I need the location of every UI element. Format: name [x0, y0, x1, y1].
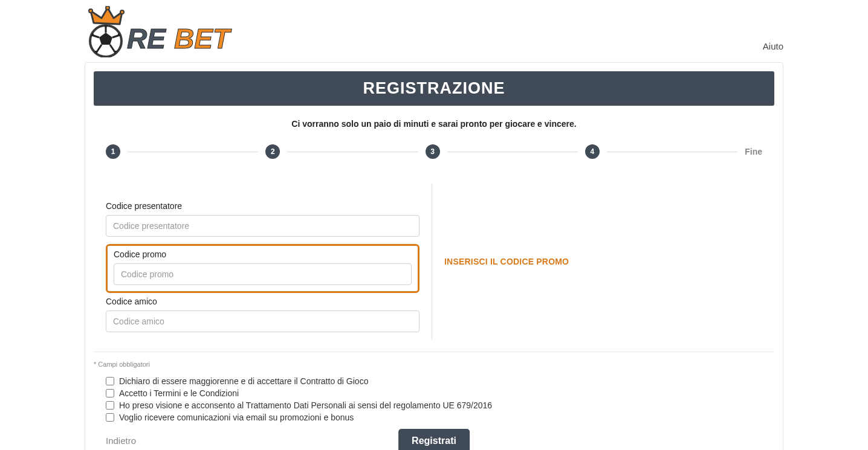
mandatory-note: * Campi obbligatori — [94, 361, 774, 368]
svg-point-0 — [89, 9, 92, 13]
rebet-logo: RE BET — [85, 6, 260, 57]
check-terms[interactable] — [106, 389, 114, 397]
svg-point-2 — [120, 10, 124, 14]
promo-highlight-box: Codice promo — [106, 244, 419, 293]
check-marketing-label: Voglio ricevere comunicazioni via email … — [119, 413, 354, 422]
presenter-code-label: Codice presentatore — [106, 201, 419, 211]
stepper: 1 2 3 4 Fine — [94, 144, 774, 183]
step-line — [128, 152, 258, 152]
svg-point-1 — [106, 6, 109, 10]
step-4[interactable]: 4 — [585, 144, 600, 159]
promo-code-input[interactable] — [114, 263, 412, 285]
page-title: REGISTRAZIONE — [94, 71, 774, 106]
friend-code-input[interactable] — [106, 310, 419, 332]
step-2[interactable]: 2 — [265, 144, 280, 159]
friend-code-label: Codice amico — [106, 297, 419, 306]
promo-code-label: Codice promo — [114, 249, 412, 259]
svg-text:BET: BET — [174, 23, 232, 54]
register-button[interactable]: Registrati — [398, 429, 470, 451]
check-marketing[interactable] — [106, 413, 114, 422]
step-3[interactable]: 3 — [426, 144, 440, 159]
check-adult-label: Dichiaro di essere maggiorenne e di acce… — [119, 376, 368, 386]
presenter-code-input[interactable] — [106, 215, 419, 237]
back-button[interactable]: Indietro — [106, 436, 136, 446]
check-terms-label: Accetto i Termini e le Condizioni — [119, 388, 239, 398]
check-privacy-label: Ho preso visione e acconsento al Trattam… — [119, 400, 492, 410]
page-subtitle: Ci vorranno solo un paio di minuti e sar… — [94, 106, 774, 144]
promo-hint-text: INSERISCI IL CODICE PROMO — [444, 257, 569, 266]
check-adult[interactable] — [106, 377, 114, 385]
svg-text:RE: RE — [127, 23, 166, 54]
help-link[interactable]: Aiuto — [763, 41, 783, 57]
step-line — [447, 152, 578, 152]
step-fine-label: Fine — [745, 147, 762, 156]
registration-card: REGISTRAZIONE Ci vorranno solo un paio d… — [85, 62, 783, 450]
step-1[interactable]: 1 — [106, 144, 120, 159]
step-line — [607, 152, 737, 152]
step-line — [287, 152, 418, 152]
divider — [94, 352, 774, 352]
check-privacy[interactable] — [106, 401, 114, 410]
